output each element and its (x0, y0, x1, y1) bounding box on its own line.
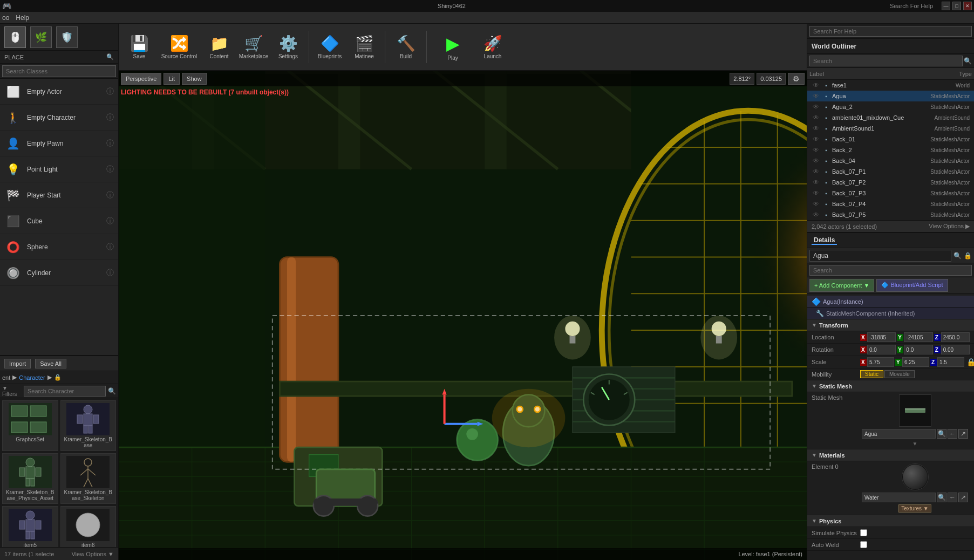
wo-search-input[interactable] (809, 56, 963, 66)
cb-item-6[interactable]: item6 (60, 506, 117, 547)
cb-item-kramer-physics[interactable]: Kramer_Skeleton_Base_Physics_Asset (2, 453, 58, 504)
mesh-expand-arrow[interactable]: ▼ (912, 441, 918, 447)
view-options-button[interactable]: View Options ▼ (71, 551, 114, 557)
wo-vis-icon[interactable]: 👁 (812, 146, 820, 154)
scale-y-input[interactable] (902, 357, 929, 367)
rotation-y-input[interactable] (904, 345, 932, 354)
actor-item-cylinder[interactable]: 🔘 Cylinder ⓘ (0, 260, 118, 286)
cube-info-icon[interactable]: ⓘ (106, 216, 114, 226)
content-toolbar-button[interactable]: 📁 Content (203, 28, 235, 66)
wo-vis-icon[interactable]: 👁 (812, 92, 820, 100)
actor-item-sphere[interactable]: ⭕ Sphere ⓘ (0, 234, 118, 260)
mesh-open-icon[interactable]: ↗ (958, 429, 968, 439)
materials-header[interactable]: ▼ Materials (807, 449, 974, 461)
wo-vis-icon[interactable]: 👁 (812, 178, 820, 187)
wo-vis-icon[interactable]: 👁 (812, 113, 820, 122)
scale-x-input[interactable] (867, 357, 894, 367)
wo-item-back-07-p2[interactable]: 👁 ▪ Back_07_P2 StaticMeshActor (807, 177, 974, 188)
build-button[interactable]: 🔨 Build (390, 28, 422, 66)
textures-badge[interactable]: Textures ▼ (898, 504, 931, 513)
marketplace-button[interactable]: 🛒 Marketplace (237, 28, 270, 66)
cb-lock-icon[interactable]: 🔒 (54, 374, 62, 381)
physics-header[interactable]: ▼ Physics (807, 515, 974, 527)
mesh-arrow-icon[interactable]: ← (948, 429, 957, 439)
movable-button[interactable]: Movable (884, 370, 915, 378)
blueprint-add-script-button[interactable]: 🔷 Blueprint/Add Script (876, 279, 948, 292)
menu-help[interactable]: Help (16, 14, 29, 22)
cb-filter-icon[interactable]: ▼ Filters (2, 385, 22, 397)
close-button[interactable]: ✕ (963, 2, 972, 10)
wo-vis-icon[interactable]: 👁 (812, 189, 820, 197)
mode-icon-foliage[interactable]: 🌿 (30, 26, 52, 48)
actor-item-player-start[interactable]: 🏁 Player Start ⓘ (0, 182, 118, 208)
cb-nav-root[interactable]: ent (2, 374, 10, 381)
vp-show-button[interactable]: Show (182, 73, 207, 85)
scale-z-input[interactable] (937, 357, 964, 367)
help-search-input[interactable] (809, 26, 972, 37)
vp-options-button[interactable]: ⚙ (788, 73, 805, 85)
wo-vis-icon[interactable]: 👁 (812, 167, 820, 176)
point-light-info-icon[interactable]: ⓘ (106, 165, 114, 174)
wo-item-back-04[interactable]: 👁 ▪ Back_04 StaticMeshActor (807, 155, 974, 166)
menu-oo[interactable]: oo (2, 14, 9, 22)
location-y-input[interactable] (904, 332, 932, 342)
import-button[interactable]: Import (4, 359, 31, 368)
details-search-input[interactable] (809, 265, 972, 276)
add-component-button[interactable]: + Add Component ▼ (809, 279, 874, 292)
empty-actor-info-icon[interactable]: ⓘ (106, 87, 114, 97)
wo-view-options[interactable]: View Options ▶ (929, 223, 970, 230)
wo-item-back-07-p5[interactable]: 👁 ▪ Back_07_P5 StaticMeshActor (807, 209, 974, 220)
source-control-button[interactable]: 🔀 Source Control (158, 28, 201, 66)
empty-character-info-icon[interactable]: ⓘ (106, 113, 114, 122)
mesh-browse-icon[interactable]: 🔍 (937, 429, 946, 439)
material-arrow-icon[interactable]: ← (948, 493, 957, 502)
rotation-z-input[interactable] (941, 345, 970, 354)
wo-item-back-2[interactable]: 👁 ▪ Back_2 StaticMeshActor (807, 145, 974, 155)
wo-item-back-07-p4[interactable]: 👁 ▪ Back_07_P4 StaticMeshActor (807, 199, 974, 209)
wo-vis-icon[interactable]: 👁 (812, 135, 820, 144)
wo-item-back-07-p1[interactable]: 👁 ▪ Back_07_P1 StaticMeshActor (807, 166, 974, 177)
cb-item-kramer-skeleton[interactable]: Kramer_Skeleton_Base_Skeleton (60, 453, 117, 504)
details-tab[interactable]: Details (812, 236, 837, 245)
play-button[interactable]: ▶ Play (431, 28, 474, 66)
simulate-physics-checkbox[interactable] (860, 529, 867, 536)
material-name-input[interactable] (862, 493, 936, 502)
matinee-button[interactable]: 🎬 Matinee (348, 28, 380, 66)
blueprints-button[interactable]: 🔷 Blueprints (314, 28, 346, 66)
sphere-info-icon[interactable]: ⓘ (106, 242, 114, 252)
vp-lit-button[interactable]: Lit (164, 73, 180, 85)
mode-icon-geometry[interactable]: 🛡️ (56, 26, 78, 48)
actor-item-point-light[interactable]: 💡 Point Light ⓘ (0, 156, 118, 182)
material-browse-icon[interactable]: 🔍 (937, 493, 946, 502)
vp-perspective-button[interactable]: Perspective (121, 73, 161, 85)
wo-item-back-07-p3[interactable]: 👁 ▪ Back_07_P3 StaticMeshActor (807, 188, 974, 199)
actor-item-cube[interactable]: ⬛ Cube ⓘ (0, 208, 118, 234)
wo-item-fase1[interactable]: 👁 ▪ fase1 World (807, 80, 974, 91)
wo-vis-icon[interactable]: 👁 (812, 124, 820, 133)
wo-item-ambiente01-mixdown-cue[interactable]: 👁 ▪ ambiente01_mixdown_Cue AmbientSound (807, 112, 974, 123)
minimize-button[interactable]: — (942, 2, 950, 10)
wo-search-icon[interactable]: 🔍 (964, 57, 972, 65)
static-button[interactable]: Static (860, 370, 883, 378)
wo-vis-icon[interactable]: 👁 (812, 81, 820, 90)
save-all-button[interactable]: Save All (35, 359, 66, 368)
wo-vis-icon[interactable]: 👁 (812, 103, 820, 111)
scale-lock-icon[interactable]: 🔒 (966, 358, 974, 366)
location-x-input[interactable] (867, 332, 896, 342)
maximize-button[interactable]: □ (952, 2, 961, 10)
empty-pawn-info-icon[interactable]: ⓘ (106, 139, 114, 148)
actor-item-empty-character[interactable]: 🚶 Empty Character ⓘ (0, 105, 118, 131)
cylinder-info-icon[interactable]: ⓘ (106, 268, 114, 278)
rotation-x-input[interactable] (867, 345, 896, 354)
wo-item-ambientsound1[interactable]: 👁 ▪ AmbientSound1 AmbientSound (807, 123, 974, 134)
place-search-input[interactable] (2, 65, 116, 77)
cb-nav-character[interactable]: Character (19, 374, 45, 381)
transform-section-header[interactable]: ▼ Transform (807, 319, 974, 331)
wo-vis-icon[interactable]: 👁 (812, 156, 820, 165)
static-mesh-header[interactable]: ▼ Static Mesh (807, 380, 974, 392)
actor-item-empty-actor[interactable]: ⬜ Empty Actor ⓘ (0, 79, 118, 105)
settings-button[interactable]: ⚙️ Settings (272, 28, 304, 66)
wo-item-agua[interactable]: 👁 ▪ Agua StaticMeshActor (807, 91, 974, 101)
cb-item-5[interactable]: item5 (2, 506, 58, 547)
details-lock-icon[interactable]: 🔒 (964, 252, 972, 259)
